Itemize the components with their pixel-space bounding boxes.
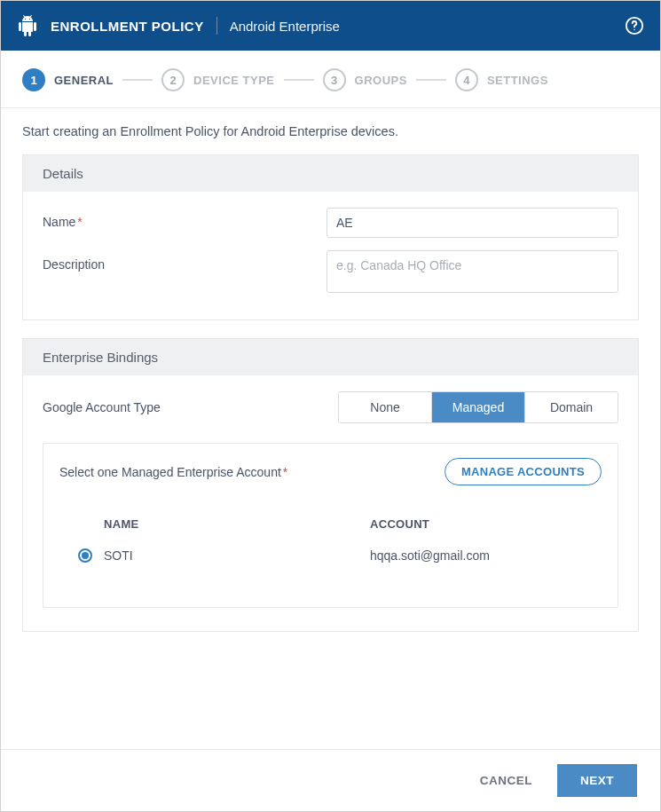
name-input[interactable] [327,208,618,238]
select-account-label: Select one Managed Enterprise Account* [59,465,287,479]
step-settings[interactable]: 4 SETTINGS [455,68,548,91]
column-name: NAME [104,517,370,531]
step-connector [284,79,314,81]
step-number: 1 [22,68,45,91]
step-number: 4 [455,68,478,91]
step-number: 3 [323,68,346,91]
step-number: 2 [161,68,185,91]
radio-selected-icon [82,552,89,559]
step-device-type[interactable]: 2 DEVICE TYPE [161,68,274,91]
header-title-main: ENROLLMENT POLICY [51,19,204,34]
description-input[interactable] [327,250,618,293]
description-label: Description [43,250,327,272]
table-row[interactable]: SOTI hqqa.soti@gmail.com [59,540,602,572]
accounts-table: NAME ACCOUNT SOTI hqqa.soti@gmail.com [59,508,602,572]
wizard-stepper: 1 GENERAL 2 DEVICE TYPE 3 GROUPS 4 SETTI… [1,51,660,108]
bindings-panel-header: Enterprise Bindings [23,339,638,375]
account-type-none[interactable]: None [339,392,431,422]
bindings-panel: Enterprise Bindings Google Account Type … [22,338,639,632]
help-icon[interactable] [625,16,644,35]
account-name: SOTI [104,548,370,563]
account-radio[interactable] [78,548,92,563]
step-label: SETTINGS [487,74,548,87]
account-type-domain[interactable]: Domain [524,392,618,422]
account-email: hqqa.soti@gmail.com [370,548,594,563]
header-title-separator [216,17,217,35]
header-title-sub: Android Enterprise [230,19,340,34]
account-type-managed[interactable]: Managed [431,392,524,422]
column-account: ACCOUNT [370,517,594,531]
footer-bar: CANCEL NEXT [1,749,660,811]
table-header-row: NAME ACCOUNT [59,508,602,540]
step-groups[interactable]: 3 GROUPS [323,68,407,91]
manage-accounts-button[interactable]: MANAGE ACCOUNTS [445,458,602,485]
android-icon [17,15,38,36]
details-panel-header: Details [23,155,638,192]
step-label: GROUPS [355,74,407,87]
account-type-label: Google Account Type [43,400,327,414]
step-label: GENERAL [54,74,114,87]
managed-account-card: Select one Managed Enterprise Account* M… [43,443,618,608]
step-connector [122,79,153,81]
step-label: DEVICE TYPE [193,74,274,87]
name-label: Name* [43,208,327,229]
account-type-segmented: None Managed Domain [338,391,618,423]
next-button[interactable]: NEXT [557,764,637,797]
intro-text: Start creating an Enrollment Policy for … [22,124,639,138]
step-general[interactable]: 1 GENERAL [22,68,114,91]
content-area: Start creating an Enrollment Policy for … [1,108,660,749]
svg-point-1 [633,29,634,30]
header-bar: ENROLLMENT POLICY Android Enterprise [1,1,660,51]
details-panel: Details Name* Description [22,154,639,320]
cancel-button[interactable]: CANCEL [473,765,539,796]
step-connector [416,79,446,81]
